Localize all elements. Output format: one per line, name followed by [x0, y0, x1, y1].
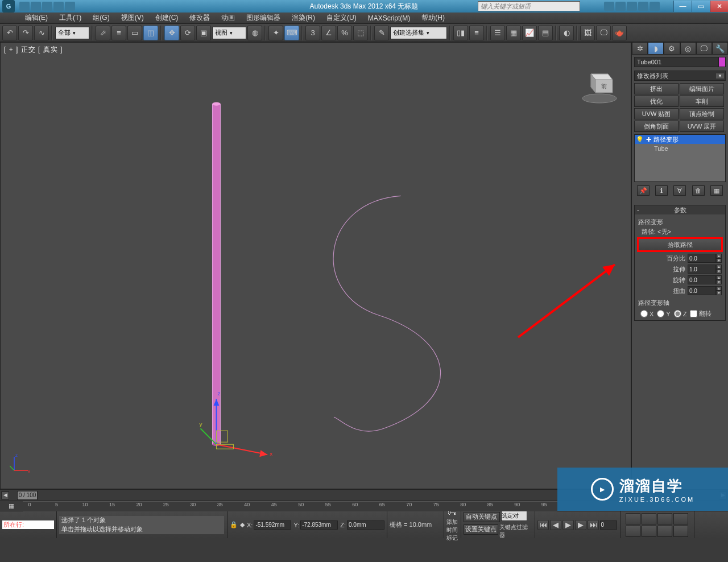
move-icon[interactable]: ✥: [164, 26, 179, 40]
coord-x-input[interactable]: [254, 520, 291, 530]
render-icon[interactable]: 🫖: [612, 26, 627, 40]
select-icon[interactable]: ⬀: [96, 26, 110, 40]
scroll-left-icon[interactable]: ◀: [1, 491, 9, 499]
modifier-list-dropdown[interactable]: 修改器列表: [634, 71, 726, 81]
current-frame-input[interactable]: [600, 520, 617, 530]
star-icon[interactable]: [638, 2, 648, 11]
orbit-icon[interactable]: [673, 513, 688, 524]
percent-snap-icon[interactable]: %: [337, 26, 352, 40]
axis-y-radio[interactable]: [657, 310, 664, 317]
menu-help[interactable]: 帮助(H): [418, 12, 448, 24]
mod-vertexpaint[interactable]: 顶点绘制: [680, 108, 724, 119]
tab-motion-icon[interactable]: ◎: [680, 42, 696, 55]
mod-editpatch[interactable]: 编辑面片: [680, 83, 724, 94]
qat-undo-icon[interactable]: [53, 2, 64, 11]
window-crossing-icon[interactable]: ◫: [143, 26, 158, 40]
menu-create[interactable]: 创建(C): [152, 12, 182, 24]
zoom-extents-icon[interactable]: [642, 513, 656, 524]
tab-modify-icon[interactable]: ◗: [648, 42, 664, 55]
play-icon[interactable]: ▶: [562, 520, 574, 530]
menu-views[interactable]: 视图(V): [118, 12, 147, 24]
select-manipulate-icon[interactable]: ✦: [268, 26, 283, 40]
remove-mod-icon[interactable]: 🗑: [692, 185, 705, 196]
layers-icon[interactable]: ☰: [490, 26, 505, 40]
stack-item-tube[interactable]: Tube: [635, 144, 725, 153]
edit-selection-set-icon[interactable]: ✎: [374, 26, 389, 40]
angle-snap-icon[interactable]: ∠: [321, 26, 336, 40]
goto-start-icon[interactable]: ⏮: [537, 520, 549, 530]
menu-grapheditors[interactable]: 图形编辑器: [243, 12, 284, 24]
selection-set-dropdown[interactable]: 创建选择集▾: [390, 27, 447, 39]
flip-checkbox[interactable]: [690, 310, 697, 317]
expand-icon[interactable]: ✚: [646, 136, 651, 143]
align-icon[interactable]: ≡: [469, 26, 484, 40]
menu-modifiers[interactable]: 修改器: [186, 12, 213, 24]
qat-save-icon[interactable]: [42, 2, 52, 11]
render-frame-icon[interactable]: 🖵: [596, 26, 611, 40]
zoom-extents-all-icon[interactable]: [642, 526, 656, 537]
help-search-input[interactable]: [478, 1, 580, 11]
help-search[interactable]: [478, 1, 580, 11]
scale-icon[interactable]: ▣: [196, 26, 211, 40]
modifier-stack[interactable]: 💡 ✚ 路径变形 Tube: [634, 134, 726, 182]
rotate-icon[interactable]: ⟳: [180, 26, 195, 40]
qat-new-icon[interactable]: [19, 2, 30, 11]
keyfilter-label[interactable]: 关键点过滤器: [499, 523, 532, 539]
menu-rendering[interactable]: 渲染(R): [288, 12, 318, 24]
percent-spinner[interactable]: ▲▼: [688, 254, 722, 263]
selection-filter-dropdown[interactable]: 全部▾: [55, 27, 89, 39]
mod-unwrap[interactable]: UVW 展开: [680, 121, 724, 132]
next-frame-icon[interactable]: ▶: [575, 520, 586, 530]
tab-display-icon[interactable]: 🖵: [696, 42, 712, 55]
goto-end-icon[interactable]: ⏭: [588, 520, 599, 530]
maximize-viewport-icon[interactable]: [673, 526, 688, 537]
menu-customize[interactable]: 自定义(U): [323, 12, 360, 24]
zoom-all-icon[interactable]: [626, 526, 640, 537]
twist-spinner[interactable]: ▲▼: [688, 286, 722, 295]
snap-toggle-icon[interactable]: 3: [305, 26, 320, 40]
axis-z-radio[interactable]: [674, 310, 681, 317]
autokey-button[interactable]: 自动关键点: [464, 512, 500, 522]
pivot-icon[interactable]: ◍: [247, 26, 262, 40]
zoom-icon[interactable]: [626, 513, 640, 524]
binoculars-icon[interactable]: [604, 2, 614, 11]
make-unique-icon[interactable]: ∀: [673, 185, 686, 196]
mod-extrude[interactable]: 挤出: [634, 83, 679, 94]
setkey-button[interactable]: 设置关键点: [464, 524, 498, 535]
pick-path-button[interactable]: 拾取路径: [638, 238, 722, 251]
spinner-snap-icon[interactable]: ⬚: [353, 26, 368, 40]
undo-icon[interactable]: ↶: [2, 26, 17, 40]
close-button[interactable]: ✕: [710, 1, 728, 12]
minimize-button[interactable]: —: [673, 1, 692, 12]
pin-stack-icon[interactable]: 📌: [637, 185, 650, 196]
help-icon[interactable]: [650, 2, 660, 11]
object-name-input[interactable]: [634, 57, 718, 67]
configure-icon[interactable]: ▦: [710, 185, 723, 196]
select-region-icon[interactable]: ▭: [127, 26, 142, 40]
object-color-swatch[interactable]: [718, 57, 726, 67]
time-slider[interactable]: 0 / 100: [17, 491, 38, 500]
menu-tools[interactable]: 工具(T): [56, 12, 85, 24]
stack-item-pathdeform[interactable]: 💡 ✚ 路径变形: [635, 135, 725, 144]
select-name-icon[interactable]: ≡: [111, 26, 126, 40]
ref-coord-dropdown[interactable]: 视图▾: [212, 27, 246, 39]
rollout-head[interactable]: -参数: [635, 205, 725, 214]
rotate-spinner[interactable]: ▲▼: [688, 275, 722, 284]
mod-uvwmap[interactable]: UVW 贴图: [634, 108, 679, 119]
link-icon[interactable]: ∿: [34, 26, 49, 40]
mod-lathe[interactable]: 车削: [680, 96, 724, 107]
time-tag-dd[interactable]: 添加时间标记: [446, 518, 458, 542]
show-end-icon[interactable]: ℹ: [655, 185, 668, 196]
tab-hierarchy-icon[interactable]: ⚙: [664, 42, 680, 55]
keyboard-shortcut-icon[interactable]: ⌨: [284, 26, 299, 40]
lightbulb-icon[interactable]: 💡: [636, 136, 644, 143]
pan-icon[interactable]: [657, 526, 672, 537]
redo-icon[interactable]: ↷: [18, 26, 33, 40]
render-setup-icon[interactable]: 🖼: [580, 26, 595, 40]
lock-icon[interactable]: 🔒: [230, 521, 238, 528]
wrench-icon[interactable]: [615, 2, 626, 11]
selected-filter[interactable]: [501, 511, 527, 521]
prev-frame-icon[interactable]: ◀: [550, 520, 561, 530]
trackbar-ruler[interactable]: 05101520253035404550556065707580859095: [23, 501, 557, 511]
mirror-icon[interactable]: ▯▮: [453, 26, 468, 40]
